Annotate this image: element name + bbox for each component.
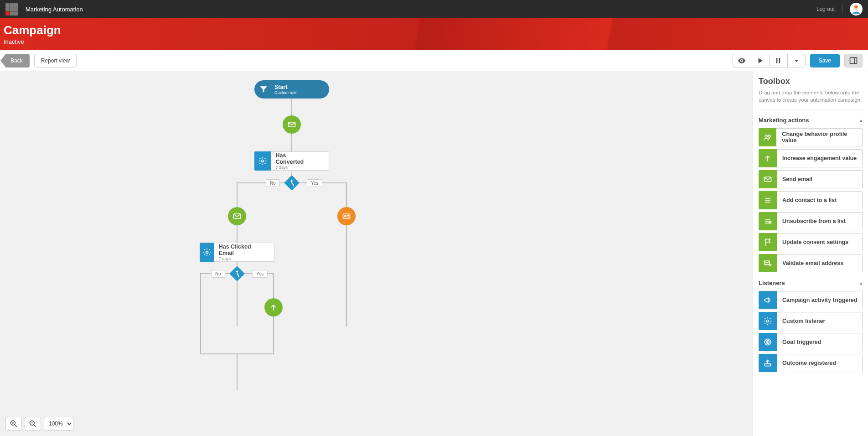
svg-point-12 — [262, 160, 264, 162]
tool-label: Add contact to a list — [777, 197, 837, 203]
node-has-converted[interactable]: Has Converted 7 days — [254, 151, 329, 171]
tool-label: Outcome registered — [777, 360, 836, 366]
zoom-controls: 100% — [5, 417, 73, 431]
page-header: Campaign Inactive — [0, 18, 868, 50]
eye-icon — [737, 56, 746, 65]
tool-label: Goal triggered — [777, 339, 821, 345]
tool-outcome-registered[interactable]: Outcome registered — [759, 354, 863, 372]
pause-icon — [774, 56, 783, 65]
preview-button[interactable] — [733, 54, 751, 67]
global-top-bar: Marketing Automation Log out — [0, 0, 868, 18]
save-button[interactable]: Save — [810, 54, 840, 67]
chevron-up-icon: ▴ — [860, 280, 863, 286]
panel-right-icon — [849, 56, 858, 65]
node-send-email-2[interactable] — [228, 207, 246, 225]
divider — [842, 4, 842, 14]
svg-point-42 — [767, 342, 768, 343]
tool-label: Change behavior profile value — [776, 131, 862, 144]
gear-icon — [759, 312, 777, 330]
report-view-button[interactable]: Report view — [34, 54, 77, 67]
toolbox-description: Drag and drop the elements below onto th… — [759, 89, 863, 109]
svg-point-2 — [741, 60, 742, 61]
node-contact-card[interactable] — [337, 207, 356, 225]
funnel-icon — [254, 80, 273, 99]
node-start[interactable]: Start Custom rule — [254, 80, 329, 99]
tool-custom-listener[interactable]: Custom listener — [759, 312, 863, 330]
tool-increase-engagement[interactable]: Increase engagement value — [759, 149, 863, 167]
toolbox-title: Toolbox — [759, 77, 863, 86]
svg-rect-43 — [765, 364, 770, 366]
tool-unsubscribe[interactable]: Unsubscribe from a list — [759, 212, 863, 230]
section-header-marketing-actions[interactable]: Marketing actions ▴ — [759, 117, 863, 124]
node-subtitle: Custom rule — [274, 90, 297, 95]
gear-icon — [254, 151, 271, 171]
node-subtitle: 7 days — [219, 256, 256, 261]
zoom-out-icon — [28, 419, 37, 428]
split-icon — [232, 269, 242, 278]
action-bar: Back Report view Save — [0, 50, 868, 71]
app-launcher-icon[interactable] — [5, 3, 18, 16]
arrow-up-icon — [269, 303, 278, 312]
svg-point-26 — [765, 135, 767, 137]
tool-label: Update consent settings — [777, 239, 848, 245]
tool-goal-triggered[interactable]: Goal triggered — [759, 333, 863, 351]
tool-send-email[interactable]: Send email — [759, 170, 863, 188]
tool-add-to-list[interactable]: Add contact to a list — [759, 191, 863, 209]
tool-label: Campaign activity triggered — [777, 297, 858, 303]
tool-validate-email[interactable]: Validate email address — [759, 254, 863, 272]
caret-down-icon — [792, 56, 801, 65]
play-icon — [755, 56, 765, 65]
toolbox-toggle[interactable] — [844, 54, 863, 67]
email-icon — [232, 212, 242, 221]
tool-label: Increase engagement value — [777, 155, 857, 161]
node-send-email-1[interactable] — [283, 115, 301, 134]
canvas[interactable]: Start Custom rule Has Converted 7 days N… — [0, 71, 753, 436]
more-button[interactable] — [787, 54, 806, 67]
tool-change-behavior[interactable]: Change behavior profile value — [759, 128, 863, 146]
logout-link[interactable]: Log out — [816, 6, 835, 12]
branch-yes: Yes — [307, 179, 322, 187]
flag-icon — [759, 233, 777, 251]
svg-line-24 — [34, 425, 36, 427]
tool-label: Send email — [777, 176, 812, 182]
page-title: Campaign — [4, 23, 864, 37]
megaphone-icon — [759, 291, 777, 309]
section-marketing-actions: Marketing actions ▴ Change behavior prof… — [759, 117, 863, 272]
arrow-up-icon — [759, 149, 777, 167]
contact-icon — [342, 212, 351, 221]
play-button[interactable] — [751, 54, 769, 67]
back-button[interactable]: Back — [5, 54, 30, 67]
gear-icon — [200, 243, 214, 262]
node-increase-engagement[interactable] — [264, 298, 283, 317]
avatar[interactable] — [850, 3, 863, 16]
node-title: Start — [274, 84, 297, 90]
section-label: Marketing actions — [759, 117, 809, 124]
node-has-clicked[interactable]: Has Clicked Email 7 days — [200, 243, 274, 262]
tool-update-consent[interactable]: Update consent settings — [759, 233, 863, 251]
svg-point-27 — [768, 135, 770, 137]
pause-button[interactable] — [769, 54, 787, 67]
svg-rect-5 — [850, 57, 857, 63]
svg-rect-4 — [779, 58, 780, 63]
list-remove-icon — [759, 212, 777, 230]
node-subtitle: 7 days — [275, 165, 310, 170]
zoom-in-button[interactable] — [5, 417, 22, 431]
tool-campaign-triggered[interactable]: Campaign activity triggered — [759, 291, 863, 309]
section-header-listeners[interactable]: Listeners ▴ — [759, 280, 863, 286]
svg-point-15 — [345, 215, 346, 217]
section-label: Listeners — [759, 280, 785, 286]
section-listeners: Listeners ▴ Campaign activity triggered … — [759, 280, 863, 372]
tool-label: Validate email address — [777, 260, 843, 266]
branch-no-2: No — [211, 270, 225, 278]
zoom-select[interactable]: 100% — [44, 417, 73, 431]
zoom-out-button[interactable] — [25, 417, 41, 431]
target-icon — [759, 333, 777, 351]
svg-line-20 — [15, 425, 17, 427]
app-title: Marketing Automation — [26, 6, 83, 13]
email-icon — [287, 120, 296, 129]
svg-line-36 — [769, 222, 770, 223]
node-title: Has Converted — [275, 152, 310, 165]
list-icon — [759, 191, 777, 209]
zoom-in-icon — [9, 419, 18, 428]
email-icon — [759, 170, 777, 188]
